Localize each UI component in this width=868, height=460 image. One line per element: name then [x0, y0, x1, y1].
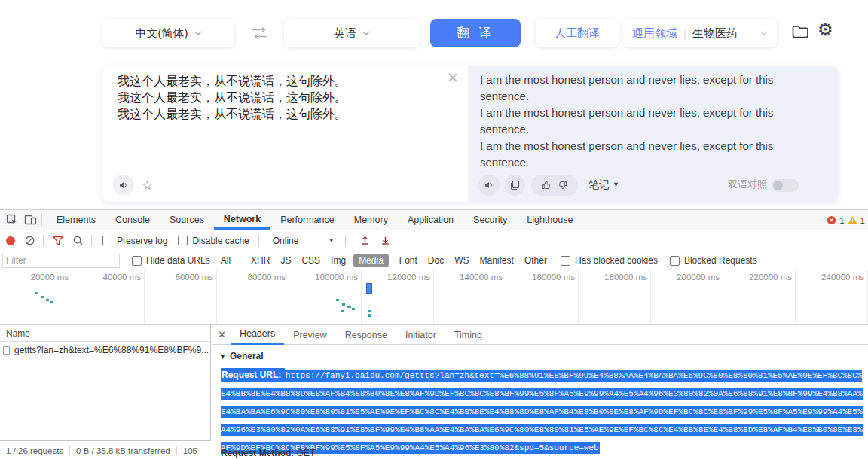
bilingual-toggle[interactable] [772, 179, 799, 192]
clear-button[interactable] [24, 235, 35, 246]
throttling-select[interactable]: Online ▼ [273, 236, 335, 246]
preserve-log-checkbox[interactable] [102, 236, 112, 245]
media-file-icon [3, 346, 10, 355]
tab-performance[interactable]: Performance [270, 210, 344, 230]
requests-count: 1 / 26 requests [0, 446, 69, 455]
divider [240, 255, 240, 266]
tab-memory[interactable]: Memory [344, 210, 398, 230]
name-column-header[interactable]: Name [0, 325, 210, 342]
divider [41, 214, 42, 226]
has-blocked-cookies-checkbox[interactable] [561, 256, 570, 266]
inspect-element-icon[interactable] [6, 214, 18, 226]
copy-icon [509, 180, 520, 190]
details-tab-response[interactable]: Response [336, 325, 396, 345]
swap-languages-icon[interactable] [249, 25, 270, 41]
upload-icon [359, 235, 371, 246]
request-name: gettts?lan=zh&text=%E6%88%91%E8%BF%9... [14, 345, 209, 355]
tab-application[interactable]: Application [398, 210, 463, 230]
filter-type-media[interactable]: Media [353, 254, 389, 267]
copy-result-button[interactable] [504, 175, 525, 196]
tab-network[interactable]: Network [214, 210, 270, 230]
device-toolbar-icon[interactable] [24, 214, 37, 226]
filter-type-js[interactable]: JS [280, 255, 291, 266]
result-speaker-button[interactable] [478, 175, 500, 196]
console-badges[interactable]: 1 1 [827, 210, 865, 230]
waterfall-dot [347, 306, 351, 308]
folder-icon[interactable] [790, 23, 810, 44]
thumbs-up-icon[interactable] [541, 180, 552, 190]
throttling-value: Online [273, 236, 299, 246]
hide-data-urls-checkbox[interactable] [132, 256, 142, 266]
disable-cache-checkbox[interactable] [178, 236, 188, 245]
disclosure-triangle-icon: ▼ [219, 353, 226, 361]
favorite-star-icon[interactable]: ☆ [142, 178, 153, 193]
waterfall-dot [41, 296, 44, 298]
target-language-label: 英语 [334, 26, 356, 41]
filter-type-xhr[interactable]: XHR [251, 255, 270, 266]
chevron-down-icon [362, 31, 370, 35]
human-translate-button[interactable]: 人工翻译 [536, 19, 619, 47]
domain-select[interactable]: 通用领域 | 生物医药 [623, 19, 777, 47]
tab-security[interactable]: Security [463, 210, 517, 230]
filter-type-other[interactable]: Other [524, 255, 547, 266]
network-toolbar: Preserve log Disable cache Online ▼ [0, 230, 868, 251]
selected-request-marker[interactable] [366, 283, 372, 294]
waterfall-dot [341, 310, 344, 312]
devtools-tabbar: Elements Console Sources Network Perform… [0, 210, 868, 230]
settings-gear-icon[interactable]: ⚙ [818, 20, 833, 40]
timeline-column: 20000 ms [0, 270, 72, 324]
close-details-icon[interactable]: ✕ [218, 329, 226, 340]
tab-console[interactable]: Console [105, 210, 160, 230]
details-tab-initiator[interactable]: Initiator [396, 325, 445, 345]
details-tab-headers[interactable]: Headers [231, 325, 284, 345]
filter-type-font[interactable]: Font [399, 255, 417, 266]
waterfall-dot [35, 292, 38, 294]
record-button[interactable] [6, 236, 15, 245]
disable-cache-label: Disable cache [192, 236, 249, 246]
filter-type-all[interactable]: All [221, 255, 231, 266]
filter-type-doc[interactable]: Doc [428, 255, 444, 266]
search-button[interactable] [72, 235, 84, 246]
translate-button[interactable]: 翻 译 [430, 19, 521, 47]
thumbs-down-icon[interactable] [558, 180, 568, 190]
notes-dropdown[interactable]: 笔记 ▼ [588, 178, 619, 192]
network-filter-bar: Hide data URLs All XHR JS CSS Img Media … [0, 251, 868, 270]
clear-source-button[interactable]: ✕ [447, 69, 459, 87]
blocked-requests-checkbox[interactable] [670, 256, 680, 266]
request-url-label: Request URL: [221, 368, 285, 382]
filter-type-ws[interactable]: WS [454, 255, 469, 266]
source-language-label: 中文(简体) [136, 26, 188, 41]
request-row[interactable]: gettts?lan=zh&text=%E6%88%91%E8%BF%9... [0, 342, 210, 358]
source-speaker-button[interactable] [113, 175, 134, 196]
import-har-button[interactable] [359, 235, 371, 246]
status-extra: 105 [176, 446, 203, 455]
target-language-select[interactable]: 英语 [284, 19, 420, 47]
chevron-down-icon [760, 31, 768, 35]
general-section-header[interactable]: ▼General [219, 351, 264, 361]
filter-type-manifest[interactable]: Manifest [480, 255, 514, 266]
speaker-icon [484, 180, 494, 190]
filter-type-img[interactable]: Img [331, 255, 346, 266]
details-tab-preview[interactable]: Preview [284, 325, 335, 345]
tab-lighthouse[interactable]: Lighthouse [517, 210, 582, 230]
network-timeline-overview[interactable]: 20000 ms 40000 ms 60000 ms 80000 ms 1000… [0, 270, 868, 325]
result-line: I am the most honest person and never li… [480, 72, 813, 105]
tab-elements[interactable]: Elements [47, 210, 105, 230]
source-text[interactable]: 我这个人最老实，从不说谎话，这句除外。 我这个人最老实，从不说谎话，这句除外。 … [118, 73, 442, 123]
timeline-column: 60000 ms [145, 270, 217, 324]
hide-data-urls-label: Hide data URLs [146, 255, 210, 266]
timeline-column: 140000 ms [434, 270, 506, 324]
download-icon [380, 235, 391, 246]
toggle-knob [773, 181, 783, 190]
timeline-tick: 20000 ms [30, 273, 69, 282]
source-language-select[interactable]: 中文(简体) [102, 19, 234, 47]
filter-input[interactable] [2, 254, 120, 268]
timeline-column: 200000 ms [651, 270, 723, 324]
filter-type-css[interactable]: CSS [301, 255, 320, 266]
timeline-column: 80000 ms [217, 270, 289, 324]
filter-funnel-button[interactable] [53, 236, 63, 246]
source-panel[interactable]: 我这个人最老实，从不说谎话，这句除外。 我这个人最老实，从不说谎话，这句除外。 … [102, 66, 468, 202]
details-tab-timing[interactable]: Timing [445, 325, 491, 345]
tab-sources[interactable]: Sources [160, 210, 214, 230]
export-har-button[interactable] [380, 235, 391, 246]
